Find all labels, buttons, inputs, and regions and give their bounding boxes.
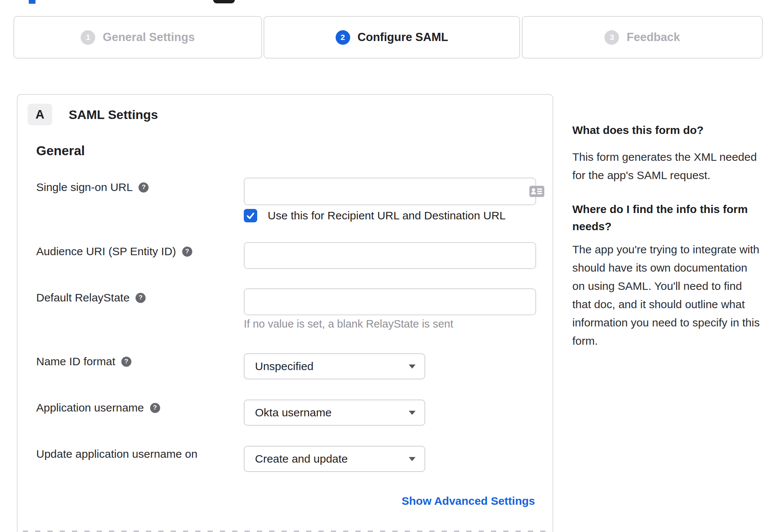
app-username-label-row: Application username ? bbox=[36, 401, 160, 414]
recipient-url-checkbox-label: Use this for Recipient URL and Destinati… bbox=[268, 209, 506, 222]
step-number-badge: 3 bbox=[604, 30, 619, 45]
sso-url-input[interactable] bbox=[244, 178, 536, 205]
sidebar-answer-2: The app you're trying to integrate with … bbox=[572, 240, 761, 350]
step-feedback[interactable]: 3 Feedback bbox=[522, 16, 763, 59]
panel-header: A SAML Settings bbox=[28, 104, 158, 125]
app-username-label: Application username bbox=[36, 401, 144, 414]
help-icon[interactable]: ? bbox=[139, 182, 149, 193]
update-app-username-label: Update application username on bbox=[36, 448, 197, 460]
check-icon bbox=[246, 211, 255, 220]
step-label: Feedback bbox=[626, 31, 680, 44]
help-icon[interactable]: ? bbox=[121, 357, 131, 367]
relay-state-hint: If no value is set, a blank RelayState i… bbox=[244, 318, 453, 330]
audience-uri-label: Audience URI (SP Entity ID) bbox=[36, 245, 176, 258]
name-id-format-value: Unspecified bbox=[255, 360, 314, 373]
help-sidebar: What does this form do? This form genera… bbox=[572, 122, 761, 350]
help-icon[interactable]: ? bbox=[136, 293, 146, 303]
sidebar-question-2: Where do I find the info this form needs… bbox=[572, 201, 761, 235]
step-label: Configure SAML bbox=[358, 31, 448, 44]
recipient-url-checkbox[interactable] bbox=[244, 209, 257, 222]
step-number-badge: 1 bbox=[81, 30, 95, 45]
help-icon[interactable]: ? bbox=[150, 403, 160, 413]
chevron-down-icon bbox=[409, 364, 416, 369]
step-number-badge: 2 bbox=[336, 30, 350, 45]
dashed-divider bbox=[23, 531, 547, 532]
chevron-down-icon bbox=[409, 411, 416, 415]
step-configure-saml[interactable]: 2 Configure SAML bbox=[264, 16, 520, 59]
app-username-value: Okta username bbox=[255, 406, 332, 419]
name-id-format-label: Name ID format bbox=[36, 355, 115, 368]
header-logo-fragment-icon bbox=[29, 0, 35, 4]
show-advanced-settings-link[interactable]: Show Advanced Settings bbox=[402, 495, 535, 507]
relay-state-label: Default RelayState bbox=[36, 291, 130, 304]
step-general-settings[interactable]: 1 General Settings bbox=[13, 16, 262, 59]
relay-state-input[interactable] bbox=[244, 288, 536, 315]
update-app-username-select[interactable]: Create and update bbox=[244, 446, 425, 472]
header-button-fragment-icon bbox=[213, 0, 235, 3]
update-app-username-value: Create and update bbox=[255, 453, 348, 465]
general-section-heading: General bbox=[36, 143, 85, 158]
help-icon[interactable]: ? bbox=[182, 247, 192, 257]
panel-title: SAML Settings bbox=[69, 107, 158, 122]
update-app-username-label-row: Update application username on bbox=[36, 448, 197, 460]
name-id-format-select[interactable]: Unspecified bbox=[244, 353, 425, 379]
name-id-format-label-row: Name ID format ? bbox=[36, 355, 131, 368]
sso-url-label: Single sign-on URL bbox=[36, 181, 133, 194]
audience-uri-label-row: Audience URI (SP Entity ID) ? bbox=[36, 245, 192, 258]
audience-uri-input[interactable] bbox=[244, 242, 536, 269]
sso-url-label-row: Single sign-on URL ? bbox=[36, 181, 149, 194]
app-username-select[interactable]: Okta username bbox=[244, 400, 425, 426]
relay-state-label-row: Default RelayState ? bbox=[36, 291, 146, 304]
section-a-badge: A bbox=[28, 104, 52, 125]
sidebar-answer-1: This form generates the XML needed for t… bbox=[572, 148, 761, 184]
contact-card-icon[interactable] bbox=[529, 186, 544, 197]
chevron-down-icon bbox=[409, 457, 416, 461]
step-label: General Settings bbox=[103, 31, 195, 44]
sidebar-question-1: What does this form do? bbox=[572, 122, 761, 139]
sso-checkbox-row: Use this for Recipient URL and Destinati… bbox=[244, 209, 506, 222]
saml-settings-panel: A SAML Settings General Single sign-on U… bbox=[17, 94, 553, 532]
